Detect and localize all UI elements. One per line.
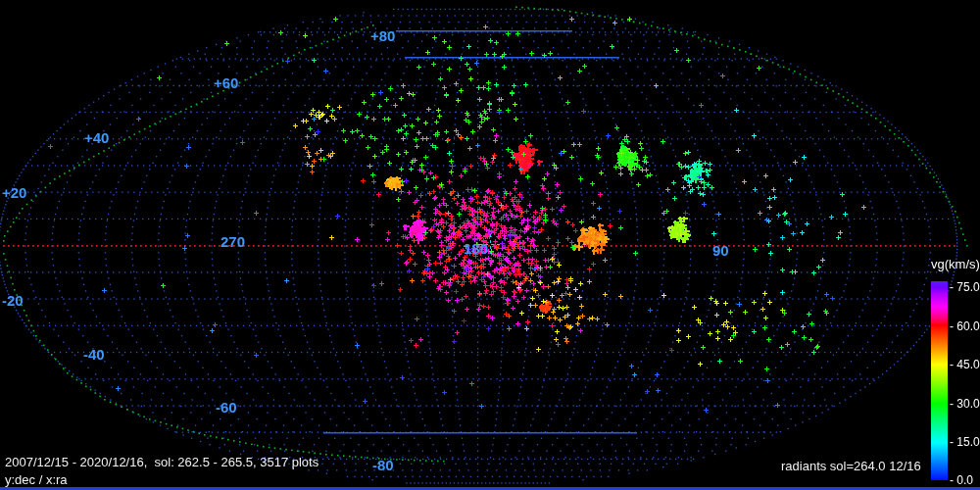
footer-axis-legend: y:dec / x:ra [5,472,68,487]
radiant-sky-map-canvas[interactable] [0,0,980,490]
footer-date-range: 2007/12/15 - 2020/12/16, sol: 262.5 - 26… [5,455,318,469]
radiant-map-window: vg(km/s) - 75.0- 60.0- 45.0- 30.0- 15.0-… [0,0,980,490]
footer-radiants-status: radiants sol=264.0 12/16 [781,459,921,473]
